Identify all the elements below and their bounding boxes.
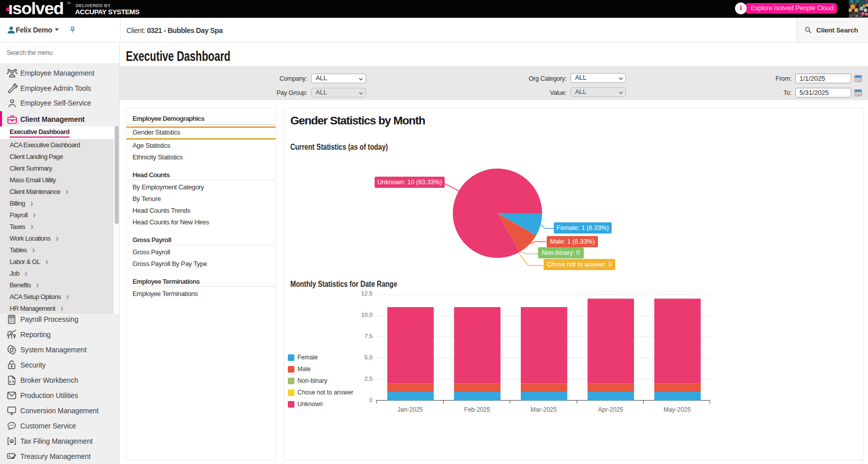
svg-text:ısolved: ısolved — [8, 0, 63, 18]
svg-text:TM: TM — [67, 2, 71, 5]
